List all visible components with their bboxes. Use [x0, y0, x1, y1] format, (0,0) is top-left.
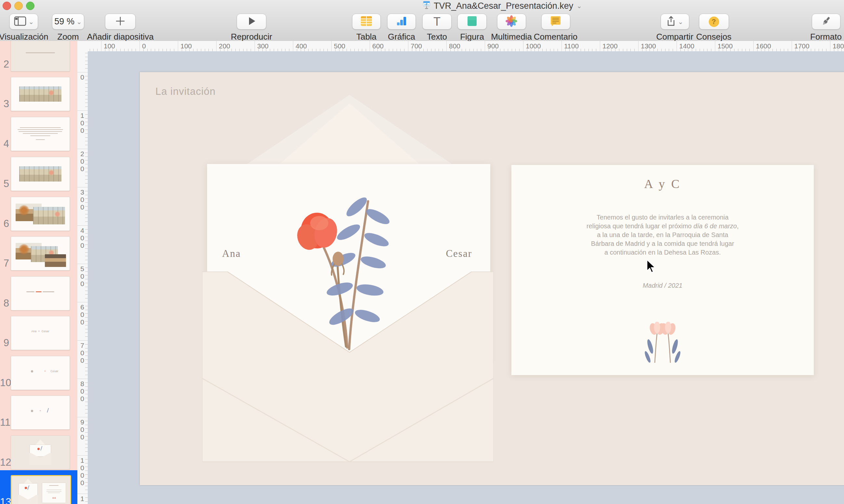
- play-button[interactable]: [237, 14, 266, 30]
- slide-thumbnail-7[interactable]: [11, 236, 70, 271]
- zoom-select[interactable]: 59 % ⌄: [52, 14, 84, 30]
- ruler-label: 100: [180, 42, 192, 50]
- ruler-label: 1300: [641, 42, 656, 50]
- share-group: ⌄ Compartir: [654, 14, 695, 42]
- ruler-label: 0: [142, 42, 146, 50]
- mouse-cursor: [646, 259, 657, 275]
- chevron-down-icon: ⌄: [678, 18, 684, 26]
- shape-button[interactable]: [458, 14, 487, 30]
- current-slide[interactable]: La invitación Ana Cesar: [140, 72, 844, 485]
- slide-thumbnail-row: 7: [0, 236, 77, 270]
- title-chevron-icon[interactable]: ⌄: [576, 2, 582, 10]
- minimize-traffic-light[interactable]: [14, 2, 23, 10]
- slide-navigator: 23456789Ana + Cesar10 +Cesar11+1213: [0, 41, 77, 504]
- slide-thumbnail-11[interactable]: +: [11, 396, 70, 430]
- zoom-traffic-light[interactable]: [26, 2, 34, 10]
- ruler-label: 200: [77, 150, 87, 173]
- slide-thumbnail-row: 3: [0, 77, 77, 110]
- media-button[interactable]: [497, 14, 526, 30]
- envelope-front: [202, 271, 494, 463]
- view-button[interactable]: ⌄: [10, 14, 38, 30]
- slide-thumbnail-13[interactable]: [11, 475, 71, 504]
- text-button[interactable]: T: [422, 14, 452, 30]
- slide-thumbnail-4[interactable]: [11, 117, 70, 151]
- media-label: Multimedia: [491, 32, 532, 42]
- ruler-label: 1100: [564, 42, 579, 50]
- ruler-label: 1100: [77, 495, 87, 504]
- ruler-label: 400: [295, 42, 307, 50]
- view-layout-icon: [14, 16, 27, 28]
- ruler-label: 1500: [718, 42, 733, 50]
- chart-label: Gráfica: [388, 32, 415, 42]
- share-label: Compartir: [656, 32, 693, 42]
- comment-label: Comentario: [534, 32, 578, 42]
- slide-thumbnail-row: 12: [0, 435, 77, 469]
- shape-group: Figura: [458, 14, 487, 42]
- tips-button[interactable]: ?: [699, 14, 729, 30]
- slide-thumbnail-12[interactable]: [11, 435, 70, 470]
- add-slide-button[interactable]: [105, 14, 136, 30]
- horizontal-ruler: 1000100200300400500600700800900100011001…: [77, 41, 844, 52]
- zoom-label: Zoom: [57, 32, 79, 42]
- comment-note-icon: [550, 16, 562, 28]
- slide-thumbnail-row: 8: [0, 276, 77, 310]
- share-button[interactable]: ⌄: [661, 14, 689, 30]
- ruler-label: 1700: [794, 42, 810, 50]
- name-right: Cesar: [446, 248, 472, 259]
- slide-thumbnail-row: 13: [0, 475, 77, 504]
- slide-title[interactable]: La invitación: [155, 86, 216, 97]
- ruler-label: 800: [449, 42, 460, 50]
- slide-number: 2: [0, 58, 9, 70]
- slide-thumbnail-10[interactable]: +Cesar: [11, 356, 70, 390]
- tips-label: Consejos: [696, 32, 731, 42]
- slide-thumbnail-6[interactable]: [11, 197, 70, 231]
- keynote-window: TVR_Ana&Cesar_Presentación.key ⌄ ⌄ Visua…: [0, 0, 844, 504]
- ruler-label: 1800: [833, 42, 844, 50]
- table-button[interactable]: [352, 14, 381, 30]
- slide-number: 13: [0, 496, 9, 504]
- text-T-icon: T: [433, 15, 441, 29]
- tulips-illustration: [637, 322, 689, 366]
- view-button-group: ⌄ Visualización: [0, 14, 51, 42]
- monogram: A y C: [512, 177, 814, 191]
- ruler-label: 400: [77, 227, 87, 249]
- slide-number: 5: [0, 178, 9, 190]
- chart-button[interactable]: [387, 14, 416, 30]
- slide-thumbnail-row: 11+: [0, 396, 77, 429]
- ruler-label: 300: [257, 42, 269, 50]
- ruler-label: 500: [334, 42, 345, 50]
- ruler-label: 1000: [77, 456, 87, 486]
- ruler-label: 1000: [526, 42, 541, 50]
- slide-thumbnail-3[interactable]: [11, 77, 70, 111]
- bar-chart-icon: [395, 16, 408, 28]
- view-button-label: Visualización: [0, 32, 49, 42]
- comment-group: Comentario: [531, 14, 580, 42]
- slide-thumbnail-row: 10 +Cesar: [0, 356, 77, 389]
- format-group: Formato: [809, 14, 843, 42]
- slide-thumbnail-9[interactable]: Ana + Cesar: [11, 316, 70, 350]
- question-mark-icon: ?: [709, 17, 719, 27]
- shape-square-icon: [467, 16, 477, 28]
- slide-thumbnail-8[interactable]: [11, 276, 70, 310]
- shape-label: Figura: [460, 32, 484, 42]
- ruler-label: 600: [372, 42, 384, 50]
- ruler-label: 300: [77, 188, 87, 211]
- invitation-card-text[interactable]: A y C Tenemos el gusto de invitarles a l…: [512, 165, 814, 375]
- ruler-label: 500: [77, 265, 87, 287]
- zoom-value: 59 %: [54, 17, 74, 26]
- close-traffic-light[interactable]: [3, 2, 11, 10]
- ruler-label: 800: [77, 380, 87, 402]
- slide-thumbnail-5[interactable]: [11, 157, 70, 191]
- slide-thumbnail-2[interactable]: [11, 41, 70, 71]
- slide-number: 6: [0, 218, 9, 230]
- comment-button[interactable]: [541, 14, 570, 30]
- table-icon: [360, 16, 373, 28]
- share-icon: [666, 16, 676, 28]
- slide-number: 7: [0, 257, 9, 269]
- format-button[interactable]: [812, 14, 840, 30]
- ruler-label: 1600: [756, 42, 771, 50]
- play-label: Reproducir: [231, 32, 272, 42]
- slide-thumbnail-row: 5: [0, 157, 77, 190]
- zoom-button-group: 59 % ⌄ Zoom: [56, 14, 80, 42]
- text-group: T Texto: [424, 14, 450, 42]
